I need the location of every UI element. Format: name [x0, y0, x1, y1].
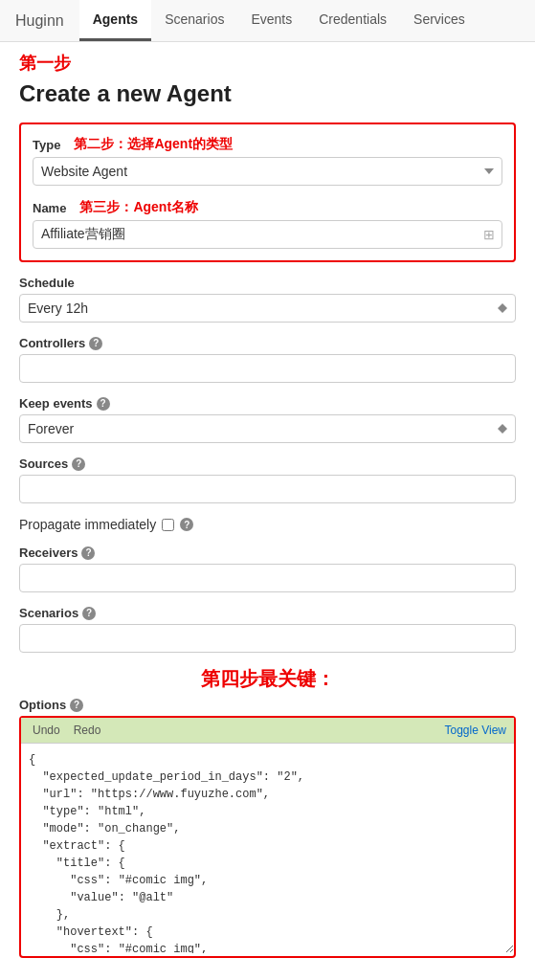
- controllers-group: Controllers ?: [19, 336, 516, 383]
- sources-label-row: Sources ?: [19, 457, 516, 471]
- nav-brand: Huginn: [10, 0, 79, 41]
- page-content: 第一步 Create a new Agent Type 第二步：选择Agent的…: [0, 42, 535, 980]
- options-group: Options ? Undo Redo Toggle View: [19, 698, 516, 958]
- options-code-editor[interactable]: [21, 743, 514, 953]
- sources-group: Sources ?: [19, 457, 516, 503]
- toggle-view-button[interactable]: Toggle View: [445, 724, 507, 737]
- name-input-wrapper: ⊞: [33, 220, 502, 249]
- type-name-section: Type 第二步：选择Agent的类型 Website Agent Name 第…: [19, 122, 516, 262]
- keep-events-help-icon[interactable]: ?: [97, 397, 110, 411]
- options-help-icon[interactable]: ?: [70, 699, 83, 712]
- options-toolbar: Undo Redo Toggle View: [21, 718, 514, 743]
- type-label-row: Type 第二步：选择Agent的类型: [33, 136, 502, 153]
- options-label-row: Options ?: [19, 698, 516, 712]
- propagate-label: Propagate immediately: [19, 517, 156, 532]
- step2-annotation: 第二步：选择Agent的类型: [74, 136, 233, 153]
- receivers-label-row: Receivers ?: [19, 546, 516, 560]
- scenarios-input[interactable]: [19, 624, 516, 653]
- step4-label: 第四步最关键：: [19, 666, 516, 692]
- propagate-group: Propagate immediately ?: [19, 517, 516, 532]
- redo-button[interactable]: Redo: [70, 722, 105, 739]
- name-label: Name: [33, 201, 66, 215]
- type-select[interactable]: Website Agent: [33, 157, 502, 186]
- nav-item-services[interactable]: Services: [400, 0, 479, 41]
- step1-label: 第一步: [19, 52, 516, 75]
- undo-button[interactable]: Undo: [29, 722, 64, 739]
- controllers-label-row: Controllers ?: [19, 336, 516, 350]
- scenarios-group: Scenarios ?: [19, 606, 516, 653]
- propagate-checkbox[interactable]: [162, 519, 174, 531]
- receivers-group: Receivers ?: [19, 546, 516, 592]
- scenarios-help-icon[interactable]: ?: [82, 607, 96, 620]
- name-group: Name 第三步：Agent名称 ⊞: [33, 199, 502, 249]
- scenarios-label-row: Scenarios ?: [19, 606, 516, 620]
- sources-help-icon[interactable]: ?: [72, 457, 85, 471]
- page-title: Create a new Agent: [19, 80, 516, 107]
- type-group: Type 第二步：选择Agent的类型 Website Agent: [33, 136, 502, 186]
- sources-input[interactable]: [19, 475, 516, 503]
- schedule-select[interactable]: Every 12h: [19, 294, 516, 323]
- name-input[interactable]: [33, 220, 502, 249]
- propagate-help-icon[interactable]: ?: [180, 518, 193, 531]
- options-toolbar-left: Undo Redo: [29, 722, 104, 739]
- nav-item-agents[interactable]: Agents: [79, 0, 151, 41]
- options-section: Undo Redo Toggle View: [19, 716, 516, 958]
- nav-item-scenarios[interactable]: Scenarios: [151, 0, 237, 41]
- nav-item-events[interactable]: Events: [237, 0, 305, 41]
- keep-events-select[interactable]: Forever: [19, 414, 516, 443]
- name-label-row: Name 第三步：Agent名称: [33, 199, 502, 216]
- nav-bar: Huginn Agents Scenarios Events Credentia…: [0, 0, 535, 42]
- step3-annotation: 第三步：Agent名称: [79, 199, 198, 216]
- schedule-label: Schedule: [19, 276, 516, 290]
- name-input-icon: ⊞: [483, 227, 495, 242]
- nav-item-credentials[interactable]: Credentials: [305, 0, 400, 41]
- type-label: Type: [33, 138, 60, 152]
- keep-events-group: Keep events ? Forever: [19, 396, 516, 443]
- receivers-input[interactable]: [19, 564, 516, 592]
- controllers-help-icon[interactable]: ?: [89, 337, 102, 350]
- propagate-row: Propagate immediately ?: [19, 517, 516, 532]
- schedule-group: Schedule Every 12h: [19, 276, 516, 323]
- keep-events-label-row: Keep events ?: [19, 396, 516, 411]
- controllers-input[interactable]: [19, 354, 516, 383]
- receivers-help-icon[interactable]: ?: [81, 546, 95, 560]
